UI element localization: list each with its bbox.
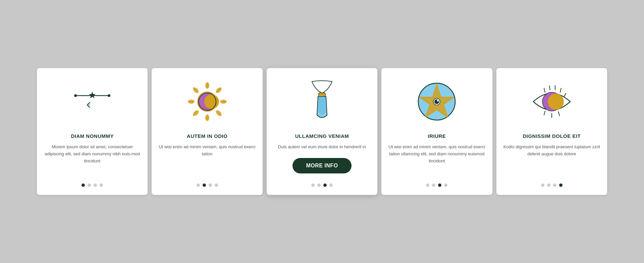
svg-point-18 xyxy=(205,114,209,121)
card-2-text: Ut wisi enim ad minim veniam, quis nostr… xyxy=(158,144,256,173)
svg-line-38 xyxy=(560,88,561,92)
card-3-text: Duis autem vel eum iriure dolor in hendr… xyxy=(278,144,366,151)
card-2-dots xyxy=(197,181,218,187)
svg-point-16 xyxy=(220,100,227,104)
svg-point-34 xyxy=(548,94,564,110)
card-5-dots xyxy=(541,181,562,187)
dot-3-2 xyxy=(323,183,327,187)
card-dignissim-doloe-eit: DIGNISSIM DOLOE EIT Kodio dignissim qui … xyxy=(496,68,607,195)
card-1-icon xyxy=(69,78,116,125)
svg-point-2 xyxy=(108,94,110,97)
svg-marker-3 xyxy=(89,92,96,98)
dot-1-0 xyxy=(82,183,85,187)
card-iriure: IRIURE Ut wisi enim ad minim veniam, qui… xyxy=(381,68,492,195)
dot-1-3 xyxy=(100,183,103,187)
card-3-icon xyxy=(299,78,345,125)
dot-4-2 xyxy=(438,183,441,187)
dot-3-3 xyxy=(329,183,333,187)
card-diam-nonummy: DIAM NONUMMY Morem ipsum dolor sit amet,… xyxy=(37,68,148,195)
dot-5-2 xyxy=(553,183,556,187)
card-4-text: Ut wisi enim ad minim veniam, quis nostr… xyxy=(388,144,485,173)
dot-5-1 xyxy=(547,183,550,187)
svg-point-31 xyxy=(434,99,439,104)
svg-line-42 xyxy=(558,112,559,116)
card-2-icon xyxy=(184,78,231,125)
card-4-icon xyxy=(413,78,460,125)
svg-line-35 xyxy=(544,88,545,92)
dot-5-0 xyxy=(541,183,544,187)
svg-line-39 xyxy=(564,93,566,97)
dot-4-1 xyxy=(432,183,435,187)
svg-point-32 xyxy=(437,100,439,102)
svg-point-24 xyxy=(204,94,219,109)
card-1-text: Morem ipsum dolor sit amet, consectetuer… xyxy=(44,144,141,173)
dot-1-2 xyxy=(94,183,97,187)
card-4-dots xyxy=(426,181,447,187)
card-1-title: DIAM NONUMMY xyxy=(71,133,114,139)
card-4-title: IRIURE xyxy=(428,133,446,139)
card-1-dots xyxy=(82,181,103,187)
svg-point-1 xyxy=(74,94,77,97)
card-3-dots xyxy=(311,181,333,187)
svg-line-40 xyxy=(544,111,545,115)
dot-2-0 xyxy=(197,183,200,187)
card-2-title: AUTEM IN ODIO xyxy=(187,133,228,139)
card-3-title: ULLAMCING VENIAM xyxy=(295,133,349,139)
card-5-text: Kodio dignissim qui blandit praesent lup… xyxy=(503,144,600,173)
card-autem-in-odio: AUTEM IN ODIO Ut wisi enim ad minim veni… xyxy=(152,68,262,195)
dot-2-1 xyxy=(203,183,206,187)
svg-point-20 xyxy=(188,100,195,104)
cards-container: DIAM NONUMMY Morem ipsum dolor sit amet,… xyxy=(37,68,607,195)
svg-point-14 xyxy=(205,82,209,89)
dot-3-0 xyxy=(311,183,315,187)
card-ullamcing-veniam: ULLAMCING VENIAM Duis autem vel eum iriu… xyxy=(267,68,377,195)
dot-3-1 xyxy=(317,183,321,187)
svg-point-5 xyxy=(90,99,102,111)
dot-2-2 xyxy=(209,183,212,187)
card-5-icon xyxy=(528,78,575,125)
dot-4-3 xyxy=(444,183,447,187)
dot-2-3 xyxy=(215,183,218,187)
dot-5-3 xyxy=(559,183,562,187)
more-info-button[interactable]: MORE INFO xyxy=(292,158,351,173)
svg-line-36 xyxy=(549,86,550,90)
dot-4-0 xyxy=(426,183,429,187)
dot-1-1 xyxy=(88,183,91,187)
card-5-title: DIGNISSIM DOLOE EIT xyxy=(523,133,581,139)
